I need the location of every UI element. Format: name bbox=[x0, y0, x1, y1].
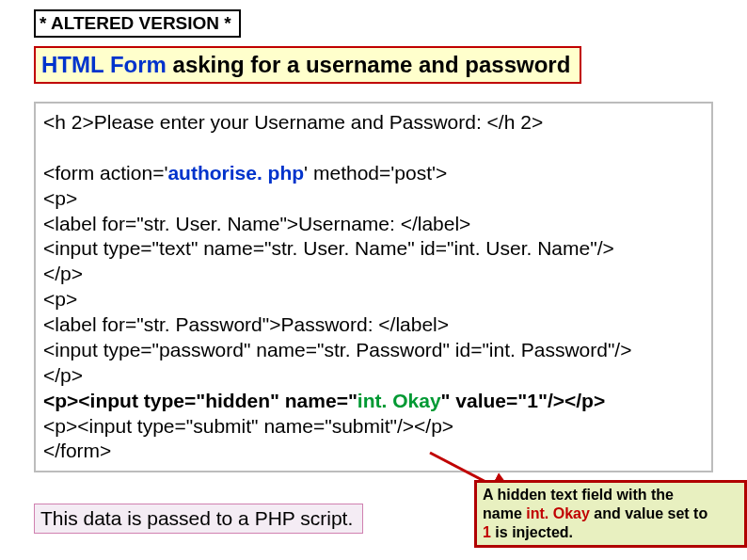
code-line: <input type="text" name="str. User. Name… bbox=[43, 236, 702, 262]
callout-line: 1 is injected. bbox=[483, 523, 739, 542]
code-line: </p> bbox=[43, 363, 702, 389]
code-int-okay: int. Okay bbox=[358, 390, 441, 411]
callout-text: is injected. bbox=[491, 524, 573, 540]
code-text: <form action=' bbox=[43, 162, 167, 184]
callout-text: and value set to bbox=[590, 505, 707, 521]
code-line: <p><input type="submit" name="submit"/><… bbox=[43, 414, 702, 440]
callout-value-1: 1 bbox=[483, 524, 491, 540]
code-text: " value="1"/></p> bbox=[441, 390, 606, 411]
title-html-form: HTML Form bbox=[41, 52, 167, 77]
passed-to-php-box: This data is passed to a PHP script. bbox=[34, 504, 363, 534]
code-box: <h 2>Please enter your Username and Pass… bbox=[34, 102, 713, 472]
callout-int-okay: int. Okay bbox=[526, 505, 590, 521]
code-authorise-php: authorise. php bbox=[167, 162, 304, 184]
callout-line: A hidden text field with the bbox=[483, 486, 739, 504]
code-line: <p> bbox=[43, 287, 702, 312]
code-line: <label for="str. Password">Password: </l… bbox=[43, 312, 702, 338]
altered-version-text: * ALTERED VERSION * bbox=[40, 13, 231, 33]
code-blank bbox=[43, 136, 702, 161]
callout-text: name bbox=[483, 505, 526, 521]
code-line: </form> bbox=[43, 439, 702, 464]
code-line: <form action='authorise. php' method='po… bbox=[43, 161, 702, 186]
code-line: <input type="password" name="str. Passwo… bbox=[43, 338, 702, 363]
code-line: <label for="str. User. Name">Username: <… bbox=[43, 212, 702, 237]
code-line: <p> bbox=[43, 186, 702, 212]
callout-box: A hidden text field with the name int. O… bbox=[474, 480, 747, 548]
callout-line: name int. Okay and value set to bbox=[483, 504, 739, 523]
code-text: ' method='post'> bbox=[304, 162, 447, 184]
passed-to-php-text: This data is passed to a PHP script. bbox=[40, 507, 353, 529]
title-rest: asking for a username and password bbox=[167, 52, 570, 77]
code-line: <h 2>Please enter your Username and Pass… bbox=[43, 110, 702, 136]
title-box: HTML Form asking for a username and pass… bbox=[34, 46, 581, 84]
altered-version-box: * ALTERED VERSION * bbox=[34, 9, 241, 38]
code-text: <p><input type="hidden" name=" bbox=[43, 390, 358, 411]
code-line: </p> bbox=[43, 262, 702, 287]
code-line-hidden-input: <p><input type="hidden" name="int. Okay"… bbox=[43, 389, 702, 414]
